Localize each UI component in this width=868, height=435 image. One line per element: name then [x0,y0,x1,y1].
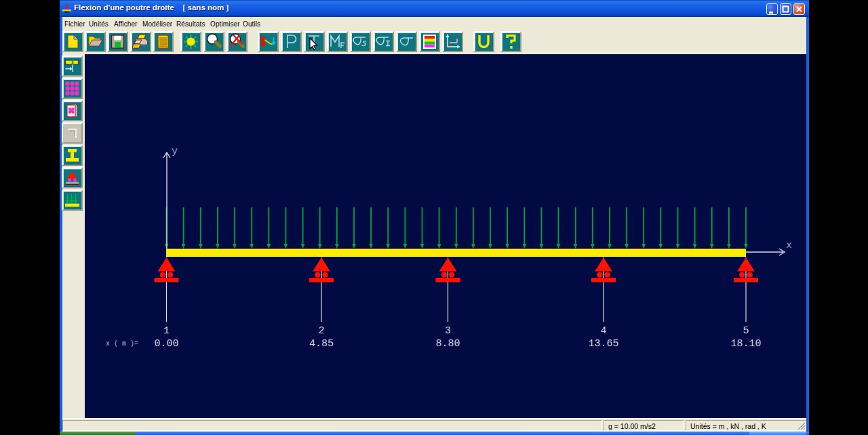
svg-text:5: 5 [743,325,749,337]
svg-text:0.00: 0.00 [154,338,178,350]
svg-text:y: y [172,146,178,157]
svg-text:3: 3 [445,325,451,337]
svg-text:13.65: 13.65 [588,338,618,350]
svg-text:4: 4 [600,325,606,337]
svg-text:8.80: 8.80 [435,338,460,350]
svg-text:1: 1 [163,325,170,337]
svg-text:x ( m )=: x ( m )= [106,340,138,348]
svg-text:18.10: 18.10 [730,338,761,350]
svg-text:2: 2 [318,325,324,337]
svg-text:4.85: 4.85 [309,338,334,350]
svg-text:x: x [786,240,792,251]
